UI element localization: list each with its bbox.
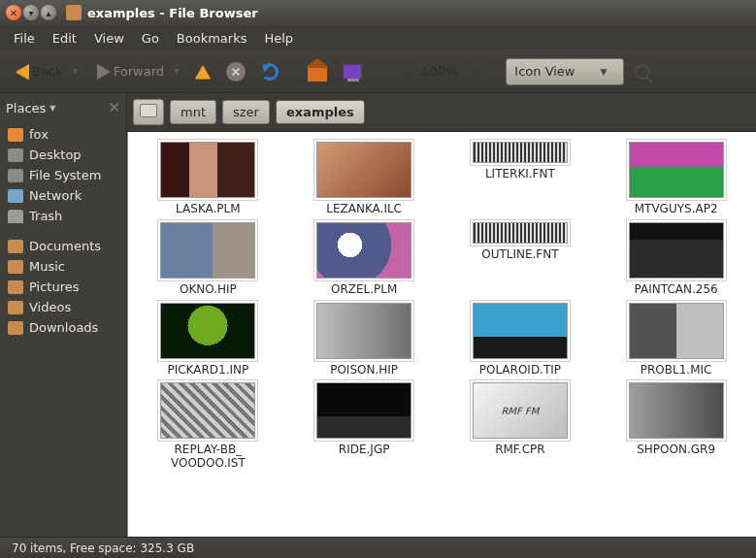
file-thumbnail bbox=[473, 222, 568, 244]
file-item[interactable]: LEZANKA.ILC bbox=[290, 142, 439, 216]
forward-button: Forward bbox=[92, 61, 169, 82]
chevron-down-icon: ▼ bbox=[600, 67, 607, 77]
file-thumbnail bbox=[160, 382, 255, 439]
sidebar-header[interactable]: Places bbox=[6, 101, 46, 115]
sidebar-bookmark-documents[interactable]: Documents bbox=[0, 236, 126, 256]
drive-icon bbox=[140, 104, 157, 117]
sidebar-bookmark-videos[interactable]: Videos bbox=[0, 297, 126, 317]
sidebar-item-label: Videos bbox=[29, 300, 71, 314]
sidebar-bookmark-pictures[interactable]: Pictures bbox=[0, 277, 126, 297]
window-close-button[interactable]: ✕ bbox=[6, 5, 21, 20]
file-item[interactable]: LASKA.PLM bbox=[134, 142, 282, 216]
sidebar-bookmark-music[interactable]: Music bbox=[0, 256, 126, 277]
file-item[interactable]: MTVGUYS.AP2 bbox=[602, 142, 750, 216]
back-button[interactable]: Back bbox=[11, 61, 68, 82]
zoom-level: 100% bbox=[421, 64, 457, 79]
file-item[interactable]: ORZEL.PLM bbox=[290, 222, 439, 297]
file-name: RMF.CPR bbox=[495, 443, 544, 457]
search-icon bbox=[635, 64, 650, 80]
menu-edit[interactable]: Edit bbox=[45, 28, 84, 49]
file-name: MTVGUYS.AP2 bbox=[635, 203, 718, 216]
window-maximize-button[interactable]: ▴ bbox=[41, 5, 56, 20]
path-segment-root[interactable] bbox=[133, 99, 164, 125]
path-segment-szer[interactable]: szer bbox=[222, 100, 270, 124]
arrow-right-icon bbox=[97, 64, 111, 80]
file-thumbnail bbox=[160, 222, 255, 279]
file-thumbnail: RMF FM bbox=[473, 382, 568, 439]
back-history-dropdown[interactable]: ▼ bbox=[71, 67, 81, 76]
file-thumbnail bbox=[160, 303, 255, 359]
path-segment-mnt[interactable]: mnt bbox=[170, 100, 216, 124]
file-item[interactable]: SHPOON.GR9 bbox=[602, 382, 750, 471]
sidebar-item-fox[interactable]: fox bbox=[0, 124, 126, 145]
sidebar-close-button[interactable]: ✕ bbox=[108, 99, 120, 116]
menu-view[interactable]: View bbox=[86, 28, 132, 49]
view-mode-select[interactable]: Icon View ▼ bbox=[506, 58, 624, 85]
reload-button[interactable] bbox=[256, 60, 283, 83]
menu-help[interactable]: Help bbox=[256, 28, 301, 49]
file-name: POLAROID.TIP bbox=[479, 364, 561, 377]
window-title: examples - File Browser bbox=[87, 6, 258, 20]
file-name: REPLAY-BB_ VOODOO.IST bbox=[171, 443, 246, 471]
file-item[interactable]: REPLAY-BB_ VOODOO.IST bbox=[134, 382, 282, 471]
file-name: PICKARD1.INP bbox=[167, 364, 248, 377]
file-name: OKNO.HIP bbox=[180, 283, 237, 297]
back-label: Back bbox=[32, 64, 63, 79]
path-segment-examples[interactable]: examples bbox=[276, 100, 365, 124]
folder-icon bbox=[8, 148, 23, 162]
file-name: RIDE.JGP bbox=[339, 443, 390, 457]
file-item[interactable]: PAINTCAN.256 bbox=[602, 222, 750, 297]
file-name: LASKA.PLM bbox=[176, 203, 241, 216]
reload-icon bbox=[261, 63, 279, 81]
computer-button[interactable] bbox=[338, 61, 367, 82]
file-name: LEZANKA.ILC bbox=[326, 203, 402, 216]
window-minimize-button[interactable]: ▾ bbox=[23, 5, 39, 20]
file-item[interactable]: PROBL1.MIC bbox=[602, 303, 750, 377]
file-thumbnail bbox=[160, 142, 255, 198]
up-button[interactable] bbox=[190, 62, 215, 82]
menu-file[interactable]: File bbox=[6, 28, 43, 49]
forward-label: Forward bbox=[114, 64, 164, 79]
sidebar-item-desktop[interactable]: Desktop bbox=[0, 145, 126, 165]
folder-icon bbox=[8, 189, 23, 203]
menubar: File Edit View Go Bookmarks Help bbox=[0, 25, 756, 50]
zoom-out-button[interactable] bbox=[392, 62, 415, 82]
file-item[interactable]: RMF FMRMF.CPR bbox=[446, 382, 595, 471]
sidebar-item-file-system[interactable]: File System bbox=[0, 165, 126, 185]
sidebar-item-label: Desktop bbox=[29, 148, 82, 162]
zoom-in-icon bbox=[468, 65, 481, 79]
file-name: PAINTCAN.256 bbox=[635, 283, 718, 297]
file-item[interactable]: RIDE.JGP bbox=[290, 382, 439, 471]
app-icon bbox=[66, 5, 82, 20]
sidebar-bookmark-downloads[interactable]: Downloads bbox=[0, 317, 126, 338]
file-name: POISON.HIP bbox=[330, 364, 398, 377]
file-name: LITERKI.FNT bbox=[485, 168, 555, 181]
sidebar-item-label: Pictures bbox=[29, 279, 79, 294]
sidebar-chevron-icon[interactable]: ▼ bbox=[49, 104, 55, 113]
file-thumbnail bbox=[316, 222, 411, 279]
file-item[interactable]: OKNO.HIP bbox=[134, 222, 282, 297]
content-area: LASKA.PLMLEZANKA.ILCLITERKI.FNTMTVGUYS.A… bbox=[127, 132, 756, 537]
sidebar-item-label: Network bbox=[29, 188, 82, 203]
forward-history-dropdown: ▼ bbox=[172, 67, 181, 76]
arrow-left-icon bbox=[16, 64, 29, 80]
zoom-in-button[interactable] bbox=[463, 62, 486, 82]
zoom-out-icon bbox=[397, 65, 411, 79]
menu-go[interactable]: Go bbox=[134, 28, 167, 49]
sidebar-item-label: Downloads bbox=[29, 320, 98, 335]
search-button[interactable] bbox=[630, 61, 655, 82]
file-item[interactable]: POISON.HIP bbox=[290, 303, 439, 377]
sidebar-item-trash[interactable]: Trash bbox=[0, 206, 126, 226]
menu-bookmarks[interactable]: Bookmarks bbox=[169, 28, 255, 49]
file-item[interactable]: POLAROID.TIP bbox=[446, 303, 595, 377]
file-item[interactable]: LITERKI.FNT bbox=[446, 142, 595, 216]
file-item[interactable]: PICKARD1.INP bbox=[134, 303, 282, 377]
home-button[interactable] bbox=[303, 59, 332, 84]
sidebar: Places ▼ ✕ foxDesktopFile SystemNetworkT… bbox=[0, 93, 127, 537]
sidebar-item-label: Documents bbox=[29, 239, 101, 253]
statusbar: 70 items, Free space: 325.3 GB bbox=[0, 537, 756, 558]
file-thumbnail bbox=[629, 142, 724, 198]
sidebar-item-network[interactable]: Network bbox=[0, 185, 126, 206]
file-item[interactable]: OUTLINE.FNT bbox=[446, 222, 595, 297]
file-thumbnail bbox=[316, 382, 411, 439]
